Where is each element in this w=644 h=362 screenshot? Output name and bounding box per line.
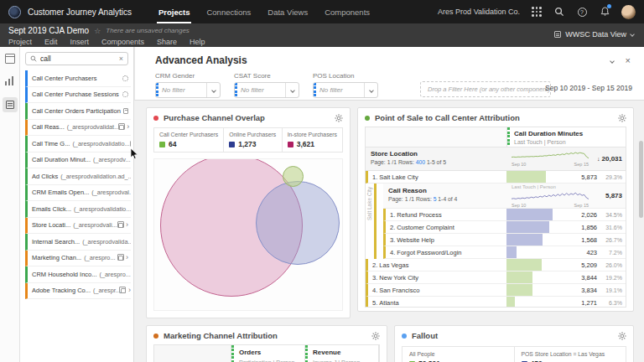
collapse-panel-icon[interactable] — [610, 59, 615, 64]
rows-count-link[interactable]: 5 — [434, 196, 437, 202]
clear-search-icon[interactable]: × — [119, 55, 123, 63]
component-list-item[interactable]: Emails Click...(_aresprodvalidatio... — [25, 201, 131, 218]
experience-cloud-logo-icon[interactable] — [8, 6, 21, 18]
table-row[interactable]: 1. Refund Process2,02634.5% — [383, 209, 626, 221]
menu-project[interactable]: Project — [8, 38, 32, 46]
component-list-item[interactable]: Call Time G...(_aresprodvalidatio... — [25, 136, 131, 153]
fallout-legend-cell[interactable]: All People52,891 — [402, 347, 515, 362]
components-icon[interactable] — [3, 97, 18, 112]
table-row[interactable]: 1. Salt Lake City5,87329.3% — [366, 171, 626, 184]
component-suffix: (_aresprodv... — [93, 156, 130, 163]
component-suffix: (_aresprodvalida... — [82, 238, 131, 246]
legend-swatch — [288, 142, 293, 147]
sort-descending-icon[interactable]: ↓ — [597, 156, 600, 162]
table-row[interactable]: 5. Atlanta1,2716.3% — [366, 297, 626, 308]
nav-tab-components[interactable]: Components — [316, 0, 378, 23]
menu-share[interactable]: Share — [157, 38, 177, 46]
breakdown-parent-label: Salt Lake City — [366, 187, 372, 220]
table-row[interactable]: 3. New York City3,84419.2% — [366, 272, 626, 284]
viz-title: Point of Sale to Call Center Attribution — [375, 113, 520, 122]
metric-column-header[interactable]: Call Duration MinutesLast Touch | Person — [506, 127, 626, 147]
left-rail — [0, 47, 20, 362]
chevron-down-icon — [206, 83, 220, 97]
component-list-item[interactable]: Store Locati...(_aresprodvali...› — [25, 218, 131, 235]
table-row[interactable]: 4. San Francisco3,83419.1% — [366, 284, 626, 297]
table-row[interactable]: 3. Website Help1,56826.7% — [383, 234, 626, 246]
panels-icon[interactable] — [5, 54, 15, 64]
spark-date-end: Sep 15 — [574, 162, 589, 167]
app-switcher-icon[interactable] — [531, 6, 543, 18]
search-icon[interactable] — [553, 6, 565, 18]
row-label: 5. Atlanta — [368, 297, 506, 308]
notifications-bell-icon[interactable] — [599, 6, 610, 18]
visualizations-icon[interactable] — [5, 75, 15, 85]
chevron-right-icon[interactable]: › — [126, 221, 128, 229]
viz-settings-gear-icon[interactable] — [371, 332, 380, 340]
filter-value: No filter — [241, 86, 285, 94]
nav-tab-projects[interactable]: Projects — [150, 0, 199, 23]
component-list-item[interactable]: Internal Search...(_aresprodvalida... — [25, 234, 131, 251]
component-search-input[interactable]: call × — [25, 52, 128, 65]
chevron-right-icon[interactable]: › — [127, 123, 129, 131]
component-list-item[interactable]: CRM Household Inco...(_arespro... — [25, 266, 131, 283]
menu-help[interactable]: Help — [190, 38, 205, 46]
date-range[interactable]: Sep 10 2019 - Sep 15 2019 — [545, 84, 632, 92]
viz-settings-gear-icon[interactable] — [335, 114, 343, 122]
filter-dropdown[interactable]: No filter — [234, 82, 299, 98]
dimension-stack-icon — [119, 125, 124, 130]
component-list-item[interactable]: Marketing Chan...(_arespro...› — [25, 251, 131, 267]
chevron-right-icon[interactable]: › — [126, 254, 128, 261]
data-view-selector[interactable]: WWSC Data View — [554, 30, 634, 39]
component-list-item[interactable]: Call Center Orders Participation — [25, 103, 131, 120]
table-row[interactable]: 2. Las Vegas5,20926.0% — [366, 259, 626, 272]
chevron-right-icon[interactable]: › — [128, 287, 131, 294]
search-icon — [30, 55, 37, 62]
close-panel-icon[interactable]: × — [626, 56, 631, 65]
help-icon[interactable]: ? — [576, 6, 588, 18]
rows-count-link[interactable]: 400 — [416, 159, 425, 165]
filter-dropdown[interactable]: No filter — [313, 82, 378, 98]
scrollbar-thumb[interactable] — [639, 141, 643, 218]
panel-title: Advanced Analysis — [155, 54, 247, 66]
favorite-star-icon[interactable]: ☆ — [94, 27, 101, 35]
nav-tab-data-views[interactable]: Data Views — [259, 0, 316, 23]
legend-name: POS Store Location = Las Vegas — [522, 351, 620, 357]
row-label: 2. Las Vegas — [368, 259, 506, 271]
top-nav-bar: Customer Journey Analytics ProjectsConne… — [0, 0, 644, 23]
table-row[interactable]: 2. Customer Complaint1,85631.6% — [383, 221, 626, 234]
component-list-item[interactable]: CRM Emails Open...(_aresprodval... — [25, 185, 131, 202]
unsaved-changes-note: There are unsaved changes — [106, 27, 190, 34]
orders-metric-column[interactable]: Orders Participation | Person — [231, 345, 305, 362]
scrollbar-track — [639, 102, 643, 362]
legend-cell[interactable]: In-store Purchasers3,621 — [283, 128, 342, 152]
viz-settings-gear-icon[interactable] — [618, 332, 626, 340]
panel-canvas: Purchase Channel Overlap Call Center Pur… — [134, 101, 644, 362]
component-list-item[interactable]: Call Center Purchasers — [25, 70, 131, 87]
component-list-item[interactable]: Call Reas...(_aresprodvalidat...› — [25, 120, 131, 137]
revenue-metric-column[interactable]: Revenue Inverse J | Person — [305, 345, 379, 362]
component-list-item[interactable]: Call Center Purchase Sessions — [25, 87, 131, 104]
component-label: Internal Search... — [32, 238, 80, 246]
component-list-item[interactable]: Ad Clicks(_aresprodvalidation.ad_... — [25, 168, 131, 185]
component-list-item[interactable]: Call Duration Minut...(_aresprodv... — [25, 153, 131, 169]
legend-cell[interactable]: Call Center Purchasers64 — [154, 128, 224, 152]
table-row[interactable]: 4. Forgot Password/Login4237.2% — [383, 246, 626, 259]
menu-edit[interactable]: Edit — [44, 38, 58, 46]
filter-dropdown[interactable]: No filter — [155, 82, 221, 98]
fallout-legend-cell[interactable]: POS Store Location = Las Vegas452 — [515, 347, 626, 362]
viz-settings-gear-icon[interactable] — [618, 114, 626, 122]
component-list-item[interactable]: Adobe Tracking Co...(_arespr...› — [25, 283, 131, 300]
nav-tab-connections[interactable]: Connections — [198, 0, 259, 23]
notification-badge — [607, 4, 611, 8]
org-name[interactable]: Ares Prod Validation Co. — [438, 8, 520, 16]
filter-label: POS Location — [313, 72, 378, 80]
menu-components[interactable]: Components — [101, 38, 144, 46]
legend-name: Online Purchasers — [229, 132, 276, 137]
avatar[interactable] — [621, 5, 636, 19]
row-percent: 34.5% — [600, 212, 622, 218]
legend-cell[interactable]: Online Purchasers1,273 — [224, 128, 282, 152]
row-value: 2,026 — [581, 211, 597, 219]
menu-insert[interactable]: Insert — [70, 38, 90, 46]
component-label: Emails Click... — [32, 205, 71, 213]
filter-drop-zone[interactable]: Drop a Filter Here (or any other compone… — [420, 81, 551, 97]
